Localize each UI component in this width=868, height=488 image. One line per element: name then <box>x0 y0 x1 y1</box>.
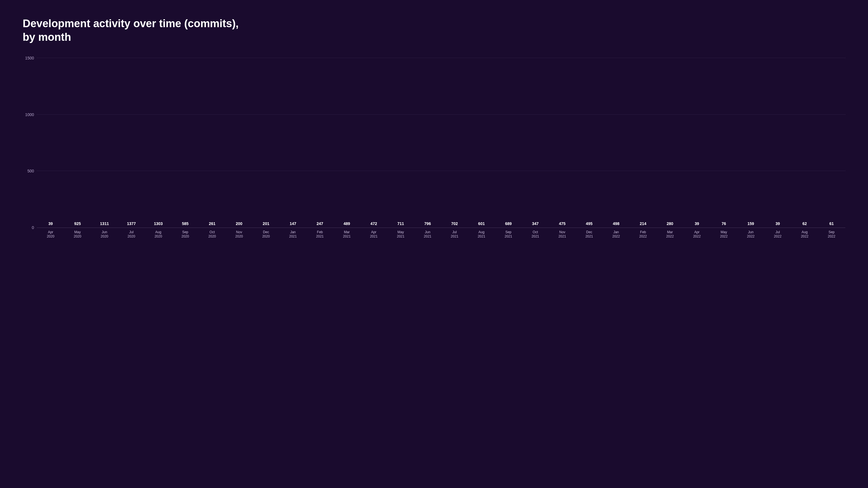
bars-container: 3992513111377130358526120020114724748947… <box>37 58 845 228</box>
x-tick-label: Jun2021 <box>415 230 440 239</box>
bar-value-label: 1311 <box>100 221 109 226</box>
bar-value-label: 689 <box>505 221 512 226</box>
bar: 475 <box>550 221 575 228</box>
bar: 61 <box>819 221 844 228</box>
x-tick-label: May2022 <box>711 230 737 239</box>
x-tick-label: Sep2021 <box>496 230 521 239</box>
y-tick-label: 500 <box>28 169 34 173</box>
bar-value-label: 1377 <box>127 221 136 226</box>
x-tick-label: Mar2021 <box>334 230 360 239</box>
bar-value-label: 76 <box>721 221 726 226</box>
bar: 472 <box>361 221 386 228</box>
y-tick-label: 1000 <box>25 112 34 117</box>
x-tick-label: Sep2020 <box>173 230 198 239</box>
plot-area: 050010001500 399251311137713035852612002… <box>37 58 845 228</box>
bar-value-label: 39 <box>49 221 53 226</box>
x-tick-label: Dec2021 <box>577 230 602 239</box>
bar: 702 <box>442 221 467 228</box>
bar-value-label: 1303 <box>154 221 163 226</box>
x-tick-label: Jun2020 <box>92 230 117 239</box>
bar: 280 <box>657 221 682 228</box>
bar: 489 <box>334 221 360 228</box>
bar-value-label: 472 <box>371 221 377 226</box>
x-tick-label: Apr2021 <box>361 230 386 239</box>
bar-value-label: 601 <box>478 221 485 226</box>
bar: 39 <box>38 221 63 228</box>
x-tick-label: Nov2021 <box>550 230 575 239</box>
x-tick-label: Aug2021 <box>469 230 494 239</box>
x-tick-label: Jul2020 <box>119 230 144 239</box>
x-tick-label: Nov2020 <box>226 230 252 239</box>
x-tick-label: Feb2021 <box>307 230 333 239</box>
bar: 1311 <box>92 221 117 228</box>
bar-value-label: 495 <box>586 221 592 226</box>
bar: 62 <box>792 221 817 228</box>
bar-value-label: 201 <box>262 221 269 226</box>
bar-value-label: 489 <box>344 221 350 226</box>
bar: 214 <box>630 221 655 228</box>
chart-area: 050010001500 399251311137713035852612002… <box>23 58 845 239</box>
bar: 39 <box>684 221 710 228</box>
x-tick-label: Dec2020 <box>253 230 279 239</box>
x-tick-label: Jul2022 <box>765 230 790 239</box>
bar-value-label: 925 <box>74 221 81 226</box>
bar: 39 <box>765 221 790 228</box>
bar: 1303 <box>146 221 171 228</box>
chart-title: Development activity over time (commits)… <box>23 17 845 44</box>
x-tick-label: Oct2021 <box>523 230 548 239</box>
x-tick-label: Oct2020 <box>199 230 225 239</box>
bar: 76 <box>711 221 737 228</box>
bar-value-label: 498 <box>613 221 619 226</box>
y-tick-label: 0 <box>32 225 34 230</box>
bar: 1377 <box>119 221 144 228</box>
bar-value-label: 347 <box>532 221 538 226</box>
bar-value-label: 702 <box>451 221 458 226</box>
bar-value-label: 147 <box>289 221 296 226</box>
bar-value-label: 62 <box>802 221 807 226</box>
x-tick-label: Feb2022 <box>630 230 655 239</box>
bar-value-label: 159 <box>747 221 754 226</box>
bar-value-label: 39 <box>694 221 699 226</box>
bar-value-label: 711 <box>398 221 404 226</box>
bar-value-label: 585 <box>182 221 188 226</box>
bar: 147 <box>280 221 306 228</box>
bar: 347 <box>523 221 548 228</box>
y-tick-label: 1500 <box>25 56 34 60</box>
bar-value-label: 61 <box>830 221 834 226</box>
bar-value-label: 261 <box>209 221 215 226</box>
bar: 261 <box>199 221 225 228</box>
x-tick-label: Sep2022 <box>819 230 844 239</box>
bar-value-label: 247 <box>316 221 323 226</box>
bar-value-label: 200 <box>236 221 242 226</box>
x-tick-label: May2020 <box>65 230 90 239</box>
bar-value-label: 796 <box>424 221 431 226</box>
x-axis: Apr2020May2020Jun2020Jul2020Aug2020Sep20… <box>37 228 845 239</box>
bar: 585 <box>173 221 198 228</box>
bar: 495 <box>577 221 602 228</box>
x-tick-label: Jul2021 <box>442 230 467 239</box>
bar: 689 <box>496 221 521 228</box>
x-tick-label: Apr2020 <box>38 230 63 239</box>
bar-value-label: 39 <box>775 221 780 226</box>
x-tick-label: Jan2021 <box>280 230 306 239</box>
x-tick-label: Aug2022 <box>792 230 817 239</box>
bar: 200 <box>226 221 252 228</box>
bar: 159 <box>738 221 764 228</box>
bar-value-label: 280 <box>666 221 673 226</box>
bar: 601 <box>469 221 494 228</box>
bar: 498 <box>603 221 629 228</box>
x-tick-label: Mar2022 <box>657 230 682 239</box>
bar: 711 <box>388 221 413 228</box>
x-tick-label: Jan2022 <box>603 230 629 239</box>
bar-value-label: 214 <box>640 221 646 226</box>
x-tick-label: Jun2022 <box>738 230 764 239</box>
x-tick-label: Apr2022 <box>684 230 710 239</box>
bar: 925 <box>65 221 90 228</box>
x-tick-label: Aug2020 <box>146 230 171 239</box>
bar: 201 <box>253 221 279 228</box>
bar: 247 <box>307 221 333 228</box>
bar: 796 <box>415 221 440 228</box>
bar-value-label: 475 <box>559 221 565 226</box>
x-tick-label: May2021 <box>388 230 413 239</box>
